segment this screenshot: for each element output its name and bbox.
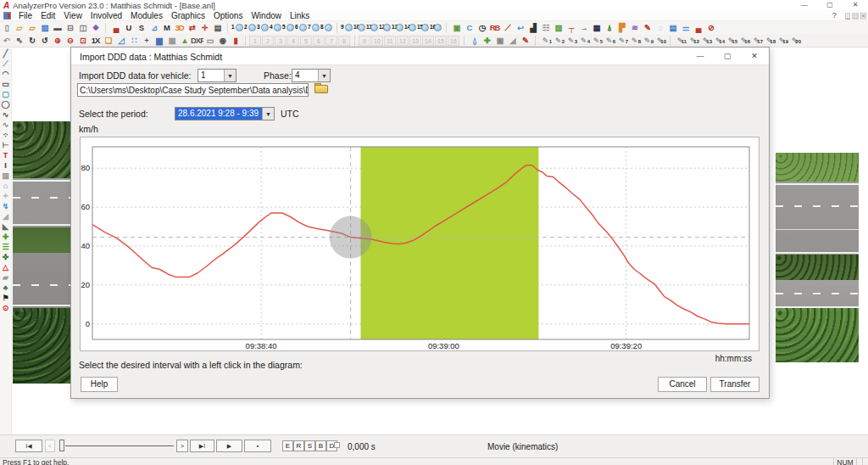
collision-icon[interactable]: ✛ xyxy=(198,22,211,34)
vehicle-file-icon[interactable]: ▬ xyxy=(51,22,64,34)
pencil-5-button[interactable]: ✎5 xyxy=(590,35,603,47)
phase-clock-2-button[interactable]: 2 xyxy=(244,22,257,34)
period-select[interactable]: 28.6.2021 9:28 - 9:39 ▼ xyxy=(175,107,275,120)
view-16-button[interactable]: 16 xyxy=(448,36,459,46)
view-12-button[interactable]: 12 xyxy=(397,36,409,46)
menu-modules[interactable]: Modules xyxy=(126,11,167,20)
curve-icon[interactable]: ↩ xyxy=(514,22,526,34)
add-icon[interactable]: ✚ xyxy=(481,35,493,47)
slope-pen-icon[interactable]: ⟋ xyxy=(501,22,514,34)
pencil-3-button[interactable]: ✎3 xyxy=(565,35,577,47)
stop-button[interactable]: ▪ xyxy=(244,440,271,452)
s-tool-icon[interactable]: S xyxy=(135,22,147,34)
stop-icon[interactable]: ⊘ xyxy=(704,22,717,34)
pencil-1-button[interactable]: ✎1 xyxy=(539,35,552,47)
chevron-down-icon[interactable]: ▼ xyxy=(262,108,274,120)
pointer-icon[interactable]: ⇖ xyxy=(13,35,25,47)
menu-window[interactable]: Window xyxy=(247,11,286,20)
cancel-button[interactable]: Cancel xyxy=(658,377,707,392)
grid-icon[interactable]: ▦ xyxy=(165,35,178,47)
points-tool-icon[interactable]: ⁘ xyxy=(0,130,11,140)
dialog-maximize-button[interactable]: ▢ xyxy=(715,48,740,64)
pencil-11-button[interactable]: ✎11 xyxy=(674,35,687,47)
transfer-button[interactable]: Transfer xyxy=(710,377,760,392)
step-forward-button[interactable]: > xyxy=(176,440,188,452)
rb-icon[interactable]: RB xyxy=(488,22,501,34)
rect-tool-icon[interactable]: ▭ xyxy=(0,79,11,89)
new-file-icon[interactable]: ▯ xyxy=(0,22,13,34)
c-curve-icon[interactable]: C xyxy=(463,22,476,34)
red-car-icon[interactable]: ▄ xyxy=(692,22,704,34)
view-6-button[interactable]: 6 xyxy=(313,36,325,46)
mdi-close-button[interactable]: ✕ xyxy=(860,13,866,20)
line-tool-icon[interactable]: ╱ xyxy=(0,48,11,59)
jet-icon[interactable]: ↯ xyxy=(0,201,11,211)
pencil-15-button[interactable]: ✎15 xyxy=(725,35,737,47)
view-5-button[interactable]: 5 xyxy=(300,36,312,46)
label-tool-icon[interactable]: I xyxy=(0,160,11,171)
pencil-8-button[interactable]: ✎8 xyxy=(628,35,641,47)
phase-clock-15-button[interactable]: 15 xyxy=(417,22,430,34)
ellipse-tool-icon[interactable]: ◯ xyxy=(0,99,11,109)
phase-clock-8-button[interactable]: 8 xyxy=(320,22,333,34)
truck-icon[interactable]: ▛ xyxy=(615,22,628,34)
tree-icon[interactable]: ♣ xyxy=(0,283,11,293)
tree-outline-icon[interactable]: △ xyxy=(0,262,11,272)
phase-clock-1-button[interactable]: 1 xyxy=(231,22,244,34)
skip-start-button[interactable]: I◀ xyxy=(15,440,42,452)
phase-clock-6-button[interactable]: 6 xyxy=(295,22,308,34)
diagram-tool-icon[interactable]: ⊿ xyxy=(147,22,160,34)
speed-diagram[interactable]: 02040608009:38:4009:39:0009:39:20 xyxy=(80,137,760,351)
help-button[interactable]: Help xyxy=(81,377,118,392)
mode-s-button[interactable]: S xyxy=(304,440,315,451)
rotate-cw-icon[interactable]: ↻ xyxy=(25,35,38,47)
trajectory-icon[interactable]: ⇄ xyxy=(186,22,198,34)
chart-icon[interactable]: ▟ xyxy=(526,22,539,34)
view-7-button[interactable]: 7 xyxy=(326,36,337,46)
slope-tool-icon[interactable]: ◣ xyxy=(0,221,11,232)
minimize-button[interactable]: — xyxy=(792,0,817,10)
view-15-button[interactable]: 15 xyxy=(435,36,447,46)
pencil-12-button[interactable]: ✎12 xyxy=(687,35,699,47)
open-file-icon[interactable]: ▱ xyxy=(13,22,25,34)
block-icon[interactable]: ▆ xyxy=(153,35,165,47)
mdi-restore-button[interactable]: ▢ xyxy=(852,13,859,20)
pencil-9-button[interactable]: ✎9 xyxy=(641,35,654,47)
steering-icon[interactable]: ◉ xyxy=(216,35,229,47)
report-icon[interactable]: ▤ xyxy=(666,22,679,34)
view-9-button[interactable]: 9 xyxy=(359,36,370,46)
phase-clock-7-button[interactable]: 7 xyxy=(308,22,320,34)
measure-icon[interactable]: ◿ xyxy=(114,35,127,47)
menu-options[interactable]: Options xyxy=(209,11,247,20)
vehicle-icon[interactable]: ▄ xyxy=(109,22,122,34)
marker-icon[interactable]: ✎ xyxy=(519,35,531,47)
photo-icon[interactable]: ▣ xyxy=(493,35,506,47)
chevron-down-icon[interactable]: ▼ xyxy=(224,70,236,81)
vehicle-select[interactable]: 1 ▼ xyxy=(198,69,236,82)
view-13-button[interactable]: 13 xyxy=(409,36,421,46)
scene-icon[interactable]: ❖ xyxy=(89,22,102,34)
menu-links[interactable]: Links xyxy=(286,11,314,20)
play-button[interactable]: ▶ xyxy=(216,440,242,452)
arrow-icon[interactable]: → xyxy=(577,22,590,34)
pencil-13-button[interactable]: ✎13 xyxy=(699,35,712,47)
arc-tool-icon[interactable]: ◠ xyxy=(0,69,11,79)
dialog-titlebar[interactable]: Import DDD data : Matthias Schmidt — ▢ ✕ xyxy=(71,48,769,65)
mode-r-button[interactable]: R xyxy=(293,440,304,451)
dimension-tool-icon[interactable]: ⊢ xyxy=(0,140,11,150)
phase-clock-14-button[interactable]: 14 xyxy=(404,22,417,34)
zoom-window-icon[interactable]: ⊡ xyxy=(76,35,89,47)
ddd-file-path-field[interactable]: C:\Users\ms\Desktop\Case Study September… xyxy=(77,83,309,97)
vehicles-icon[interactable]: ≋ xyxy=(628,22,641,34)
close-button[interactable]: ✕ xyxy=(843,0,868,10)
phase-clock-13-button[interactable]: 13 xyxy=(392,22,404,34)
menu-involved[interactable]: Involved xyxy=(86,11,126,20)
zoom-out-icon[interactable]: ⊖ xyxy=(64,35,76,47)
zoom-in-icon[interactable]: ⊕ xyxy=(51,35,64,47)
monitor-icon[interactable]: ▦ xyxy=(590,22,603,34)
phase-clock-10-button[interactable]: 10 xyxy=(353,22,366,34)
view-8-button[interactable]: 8 xyxy=(338,36,350,46)
search-icon[interactable]: ◌ xyxy=(654,22,666,34)
phase-clock-5-button[interactable]: 5 xyxy=(282,22,295,34)
3d-view-icon[interactable]: 3D xyxy=(173,22,186,34)
